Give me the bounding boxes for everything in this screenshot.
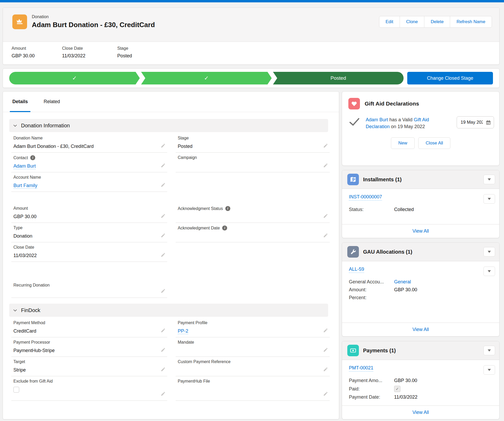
global-nav-bar: [0, 0, 504, 2]
gau-account-label: General Accou...: [349, 279, 394, 285]
path-stage-2-complete[interactable]: ✓: [141, 72, 272, 84]
edit-pencil-icon[interactable]: [161, 143, 166, 148]
chevron-down-icon: [488, 369, 491, 371]
installments-map-icon: [347, 174, 359, 185]
edit-pencil-icon[interactable]: [323, 233, 328, 238]
field-close-date: Close Date 11/03/2022: [11, 242, 167, 262]
edit-pencil-icon[interactable]: [323, 347, 328, 352]
payment-paid-label: Paid:: [349, 386, 394, 392]
chevron-down-icon: [13, 308, 17, 313]
payment-row-menu-button[interactable]: [483, 365, 495, 375]
payments-view-all-link[interactable]: View All: [413, 410, 429, 415]
field-exclude-gift-aid: Exclude from Gift Aid: [11, 376, 167, 401]
edit-pencil-icon[interactable]: [323, 367, 328, 372]
payment-date-label: Payment Date:: [349, 394, 394, 400]
paid-checkbox-checked[interactable]: ✓: [394, 386, 400, 392]
edit-pencil-icon[interactable]: [161, 347, 166, 352]
field-payment-method: Payment Method CreditCard: [11, 318, 167, 337]
check-icon: ✓: [204, 75, 209, 81]
edit-pencil-icon[interactable]: [323, 163, 328, 168]
change-closed-stage-button[interactable]: Change Closed Stage: [407, 72, 493, 84]
field-account-name: Account Name Burt Family: [11, 172, 167, 192]
field-amount: Amount GBP 30.00: [11, 203, 167, 223]
gau-allocations-title: GAU Allocations (1): [363, 249, 412, 255]
edit-pencil-icon[interactable]: [161, 328, 166, 333]
payment-record-link[interactable]: PMT-00021: [349, 365, 373, 372]
field-recurring-donation: Recurring Donation: [11, 280, 167, 298]
section-findock[interactable]: FinDock: [9, 304, 328, 317]
refresh-name-button[interactable]: Refresh Name: [450, 16, 492, 28]
gau-view-all-link[interactable]: View All: [413, 327, 429, 332]
info-icon[interactable]: i: [222, 225, 227, 230]
donation-entity-icon: [12, 14, 27, 29]
payment-amount-label: Payment Amo...: [349, 378, 394, 383]
account-link[interactable]: Burt Family: [13, 183, 37, 189]
installment-row-menu-button[interactable]: [483, 194, 495, 204]
field-contact: Contacti Adam Burt: [11, 153, 167, 172]
edit-pencil-icon[interactable]: [323, 143, 328, 148]
edit-pencil-icon[interactable]: [161, 252, 166, 257]
new-declaration-button[interactable]: New: [391, 137, 415, 149]
entity-label: Donation: [32, 14, 155, 19]
field-type: Type Donation: [11, 223, 167, 242]
chevron-down-icon: [488, 349, 491, 352]
gau-amount-label: Amount:: [349, 287, 394, 293]
payments-menu-button[interactable]: [483, 346, 495, 355]
chevron-down-icon: [488, 198, 491, 200]
close-all-button[interactable]: Close All: [418, 137, 450, 149]
gau-row-menu-button[interactable]: [483, 267, 495, 276]
installments-card: Installments (1) INST-00000007 Status: C…: [342, 170, 500, 238]
exclude-gift-aid-checkbox[interactable]: [13, 387, 19, 393]
field-campaign: Campaign: [176, 153, 330, 172]
gau-menu-button[interactable]: [483, 247, 495, 257]
edit-pencil-icon[interactable]: [161, 213, 166, 218]
edit-pencil-icon[interactable]: [161, 391, 166, 396]
declaration-date-input[interactable]: 19 May 2022: [457, 116, 494, 128]
clone-button[interactable]: Clone: [400, 16, 424, 28]
delete-button[interactable]: Delete: [424, 16, 450, 28]
edit-pencil-icon[interactable]: [161, 233, 166, 238]
record-actions: Edit Clone Delete Refresh Name: [379, 16, 492, 28]
installments-menu-button[interactable]: [483, 175, 495, 184]
heart-icon: [348, 98, 360, 109]
edit-button[interactable]: Edit: [379, 16, 400, 28]
gau-allocations-card: GAU Allocations (1) ALL-59 General Accou…: [342, 242, 500, 337]
contact-link[interactable]: Adam Burt: [13, 163, 36, 169]
info-icon[interactable]: i: [225, 206, 230, 211]
edit-pencil-icon[interactable]: [161, 182, 166, 187]
edit-pencil-icon[interactable]: [323, 213, 328, 218]
record-header-panel: Donation Adam Burt Donation - £30, Credi…: [3, 7, 500, 65]
field-ack-status: Acknowledgment Statusi: [176, 203, 330, 223]
gau-record-link[interactable]: ALL-59: [349, 267, 364, 273]
calendar-icon[interactable]: [486, 120, 491, 125]
edit-pencil-icon[interactable]: [161, 288, 166, 293]
section-donation-information[interactable]: Donation Information: [9, 119, 328, 132]
page-title: Adam Burt Donation - £30, CreditCard: [32, 21, 155, 29]
field-ack-date: Acknowledgment Datei: [176, 223, 330, 242]
edit-pencil-icon[interactable]: [161, 367, 166, 372]
tab-related[interactable]: Related: [42, 92, 62, 112]
gift-aid-title: Gift Aid Declarations: [365, 101, 419, 107]
edit-pencil-icon[interactable]: [323, 328, 328, 333]
info-icon[interactable]: i: [30, 155, 35, 160]
field-paymenthub-file: PaymentHub File: [176, 376, 330, 401]
payment-card-icon: [347, 345, 359, 356]
gau-general-link[interactable]: General: [394, 279, 495, 285]
gift-aid-declarations-card: Gift Aid Declarations Adam Burt has a Va…: [342, 91, 500, 166]
chevron-down-icon: [13, 123, 17, 128]
installments-view-all-link[interactable]: View All: [413, 228, 429, 234]
chevron-down-icon: [488, 270, 491, 272]
payments-card: Payments (1) PMT-00021 Payment Amo... GB…: [342, 341, 500, 419]
tab-details[interactable]: Details: [11, 92, 29, 112]
stage-path: ✓ ✓ Posted: [9, 72, 404, 84]
path-stage-posted[interactable]: Posted: [273, 72, 404, 84]
installment-record-link[interactable]: INST-00000007: [349, 194, 382, 201]
declaration-contact-link[interactable]: Adam Burt: [366, 117, 388, 123]
payment-profile-link[interactable]: PP-2: [178, 328, 188, 334]
record-detail-card: Details Related Donation Information Don…: [3, 91, 339, 419]
path-stage-1-complete[interactable]: ✓: [9, 72, 140, 84]
installment-status-value: Collected: [394, 207, 495, 212]
edit-pencil-icon[interactable]: [323, 391, 328, 396]
edit-pencil-icon[interactable]: [161, 163, 166, 168]
payment-date-value: 11/03/2022: [394, 394, 495, 400]
